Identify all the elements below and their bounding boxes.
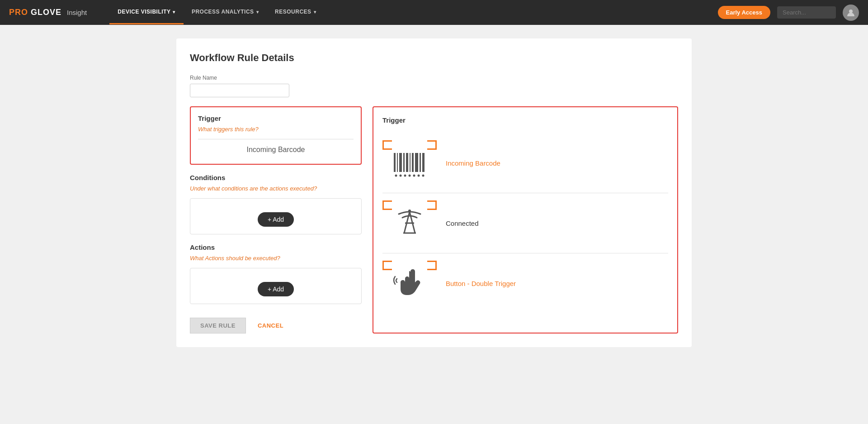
nav-item-process-analytics[interactable]: PROCESS ANALYTICS ▾	[184, 0, 267, 24]
actions-box: + Add	[190, 268, 362, 304]
actions-title: Actions	[190, 243, 362, 251]
barcode-icon	[392, 148, 428, 178]
svg-rect-5	[406, 153, 408, 172]
svg-rect-6	[410, 153, 410, 172]
svg-rect-7	[412, 153, 414, 172]
avatar[interactable]	[843, 5, 859, 21]
rule-name-label: Rule Name	[190, 75, 678, 81]
main-card: Workflow Rule Details Rule Name Trigger …	[176, 38, 692, 347]
svg-point-16	[418, 174, 420, 176]
chevron-down-icon: ▾	[173, 10, 175, 14]
nav-right: Early Access	[718, 5, 859, 21]
trigger-section-title: Trigger	[198, 114, 354, 122]
svg-rect-1	[394, 153, 396, 172]
conditions-box: + Add	[190, 198, 362, 234]
form-actions: SAVE RULE CANCEL	[190, 318, 362, 333]
svg-point-13	[404, 174, 406, 176]
early-access-button[interactable]: Early Access	[718, 6, 770, 19]
trigger-option-connected[interactable]: Connected	[382, 193, 668, 253]
left-form: Trigger What triggers this rule? Incomin…	[190, 106, 362, 333]
barcode-icon-wrap	[382, 140, 437, 186]
svg-point-0	[849, 10, 853, 13]
actions-section: Actions What Actions should be executed?…	[190, 243, 362, 304]
conditions-add-button[interactable]: + Add	[258, 212, 294, 227]
svg-point-11	[395, 174, 397, 176]
rule-name-field: Rule Name	[190, 75, 678, 97]
actions-add-button[interactable]: + Add	[258, 282, 294, 296]
picker-title: Trigger	[382, 116, 668, 124]
trigger-picker: Trigger	[373, 106, 678, 333]
svg-point-17	[422, 174, 425, 176]
chevron-down-icon: ▾	[314, 10, 316, 14]
nav-links: DEVICE VISIBILITY ▾ PROCESS ANALYTICS ▾ …	[109, 0, 324, 24]
trigger-option-button-double[interactable]: Button - Double Trigger	[382, 253, 668, 313]
conditions-section: Conditions Under what conditions are the…	[190, 174, 362, 234]
button-double-label: Button - Double Trigger	[446, 280, 516, 287]
svg-rect-2	[397, 153, 398, 172]
trigger-option-incoming-barcode[interactable]: Incoming Barcode	[382, 133, 668, 193]
signal-tower-icon	[392, 205, 428, 241]
save-rule-button[interactable]: SAVE RULE	[190, 318, 246, 333]
svg-rect-8	[415, 153, 418, 172]
page-title: Workflow Rule Details	[190, 52, 678, 64]
page-content: Workflow Rule Details Rule Name Trigger …	[0, 25, 868, 424]
actions-subtitle: What Actions should be executed?	[190, 255, 362, 262]
navbar: PROGLOVE Insight DEVICE VISIBILITY ▾ PRO…	[0, 0, 868, 25]
brand-glove: GLOVE	[31, 8, 61, 17]
brand-logo: PROGLOVE Insight	[9, 8, 87, 17]
chevron-down-icon: ▾	[256, 10, 259, 14]
svg-rect-9	[420, 153, 421, 172]
brand-insight: Insight	[67, 9, 87, 16]
svg-point-14	[409, 174, 411, 176]
connected-label: Connected	[446, 219, 479, 227]
barcode-label: Incoming Barcode	[446, 159, 500, 167]
hand-icon	[392, 265, 428, 301]
svg-point-12	[400, 174, 402, 176]
brand-pro: PRO	[9, 8, 28, 17]
svg-point-15	[413, 174, 415, 176]
trigger-section-subtitle: What triggers this rule?	[198, 126, 354, 133]
conditions-title: Conditions	[190, 174, 362, 181]
trigger-section: Trigger What triggers this rule? Incomin…	[190, 106, 362, 165]
nav-item-device-visibility[interactable]: DEVICE VISIBILITY ▾	[109, 0, 184, 24]
trigger-selected-value: Incoming Barcode	[198, 139, 354, 157]
svg-rect-10	[422, 153, 425, 172]
nav-item-resources[interactable]: RESOURCES ▾	[267, 0, 324, 24]
svg-rect-3	[399, 153, 402, 172]
svg-rect-4	[403, 153, 405, 172]
rule-name-input[interactable]	[190, 84, 289, 97]
hand-icon-wrap	[382, 261, 437, 306]
search-input[interactable]	[777, 6, 836, 19]
cancel-button[interactable]: CANCEL	[253, 318, 288, 333]
connected-icon-wrap	[382, 200, 437, 246]
conditions-subtitle: Under what conditions are the actions ex…	[190, 185, 362, 192]
main-layout: Trigger What triggers this rule? Incomin…	[190, 106, 678, 333]
svg-point-22	[408, 210, 411, 212]
